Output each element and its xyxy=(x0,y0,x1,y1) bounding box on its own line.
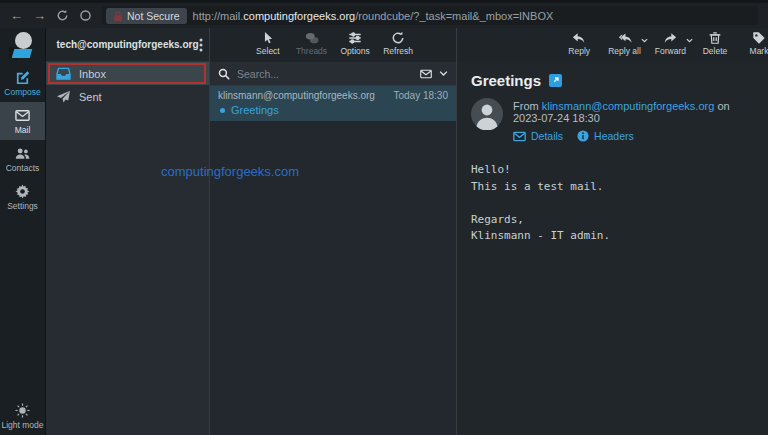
task-sidebar: Compose Mail Contacts Settings Light mod… xyxy=(0,28,45,435)
search-scope-mail-icon[interactable] xyxy=(420,68,432,80)
reply-all-caret-icon[interactable] xyxy=(641,38,648,43)
reply-all-icon xyxy=(618,31,632,45)
security-badge-label: Not Secure xyxy=(127,10,180,22)
inbox-label: Inbox xyxy=(79,68,106,80)
settings-label: Settings xyxy=(7,201,38,211)
tag-icon xyxy=(752,31,766,45)
forward-label: Forward xyxy=(655,46,686,56)
sender-block: From klinsmann@computingforgeeks.org on … xyxy=(471,98,754,142)
refresh-label: Refresh xyxy=(383,46,413,56)
options-icon xyxy=(348,31,362,45)
details-link[interactable]: Details xyxy=(513,130,563,142)
reply-button[interactable]: Reply xyxy=(564,31,594,62)
sidebar-item-contacts[interactable]: Contacts xyxy=(0,140,45,178)
search-bar xyxy=(210,62,456,86)
forward-icon xyxy=(663,31,677,45)
mail-icon xyxy=(15,108,30,123)
message-list-item[interactable]: klinsmann@computingforgeeks.org Today 18… xyxy=(210,86,456,121)
sidebar-item-settings[interactable]: Settings xyxy=(0,178,45,216)
message-content: Greetings From klinsmann@computingforgee… xyxy=(457,62,768,245)
from-label: From xyxy=(513,100,539,112)
roundcube-app: Compose Mail Contacts Settings Light mod… xyxy=(0,28,768,435)
sent-label: Sent xyxy=(79,91,102,103)
compose-label: Compose xyxy=(4,87,40,97)
delete-button[interactable]: Delete xyxy=(700,31,730,62)
headers-label: Headers xyxy=(594,130,634,142)
delete-label: Delete xyxy=(703,46,728,56)
forward-button[interactable]: Forward xyxy=(655,31,686,62)
message-subject: Greetings xyxy=(231,104,279,116)
meta-links: Details Headers xyxy=(513,130,754,142)
select-label: Select xyxy=(256,46,280,56)
light-mode-toggle[interactable]: Light mode xyxy=(0,397,45,435)
security-badge[interactable]: Not Secure xyxy=(106,8,187,24)
details-envelope-icon xyxy=(513,131,526,142)
message-list-panel: Select Threads Options Refresh xyxy=(209,28,457,435)
forward-caret-icon[interactable] xyxy=(686,38,693,43)
details-label: Details xyxy=(531,130,563,142)
screen: ← → Not Secure http://mail.computingforg… xyxy=(0,0,768,435)
browser-toolbar: ← → Not Secure http://mail.computingforg… xyxy=(0,3,768,28)
inbox-icon xyxy=(56,67,71,80)
message-view-subject: Greetings xyxy=(471,72,541,89)
logo-sphere xyxy=(15,32,32,49)
select-button[interactable]: Select xyxy=(253,31,283,62)
account-email: tech@computingforgeeks.org xyxy=(57,39,199,50)
chevron-down-icon[interactable] xyxy=(439,70,448,77)
subject-row: Greetings xyxy=(471,72,754,89)
message-sender: klinsmann@computingforgeeks.org xyxy=(218,90,375,101)
folders-panel: tech@computingforgeeks.org Inbox Sent xyxy=(45,28,209,435)
folder-item-inbox[interactable]: Inbox xyxy=(46,62,209,85)
folder-item-sent[interactable]: Sent xyxy=(46,85,209,108)
threads-button[interactable]: Threads xyxy=(296,31,327,62)
trash-icon xyxy=(708,31,722,45)
reply-all-button[interactable]: Reply all xyxy=(608,31,641,62)
gear-icon xyxy=(15,184,30,199)
contacts-icon xyxy=(15,146,30,161)
message-meta: klinsmann@computingforgeeks.org Today 18… xyxy=(218,90,448,101)
message-subject-row: Greetings xyxy=(218,104,448,116)
mark-label: Mark xyxy=(750,46,768,56)
headers-link[interactable]: Headers xyxy=(577,130,634,142)
info-icon xyxy=(577,130,589,142)
refresh-icon xyxy=(391,31,405,45)
compose-icon xyxy=(15,70,30,85)
message-body: Hello! This is a test mail. Regards, Kli… xyxy=(471,162,754,245)
contacts-label: Contacts xyxy=(6,163,40,173)
refresh-button[interactable]: Refresh xyxy=(383,31,413,62)
site-icon[interactable] xyxy=(79,9,92,22)
threads-label: Threads xyxy=(296,46,327,56)
message-view-panel: Reply Reply all Forward Delete xyxy=(457,28,768,435)
light-mode-label: Light mode xyxy=(1,420,43,430)
reply-all-label: Reply all xyxy=(608,46,641,56)
options-label: Options xyxy=(340,46,369,56)
view-toolbar: Reply Reply all Forward Delete xyxy=(457,28,768,62)
list-toolbar: Select Threads Options Refresh xyxy=(210,28,456,62)
paper-plane-icon xyxy=(56,90,71,103)
reply-label: Reply xyxy=(568,46,590,56)
sidebar-item-mail[interactable]: Mail xyxy=(0,102,45,140)
logo-cube xyxy=(12,49,33,58)
from-email-link[interactable]: klinsmann@computingforgeeks.org xyxy=(542,100,715,112)
pointer-icon xyxy=(261,31,275,45)
forward-icon[interactable]: → xyxy=(33,9,46,22)
sender-lines: From klinsmann@computingforgeeks.org on … xyxy=(513,98,754,142)
roundcube-logo xyxy=(0,28,45,62)
sidebar-spacer xyxy=(0,216,45,397)
open-in-window-icon[interactable] xyxy=(549,74,562,87)
reload-icon[interactable] xyxy=(56,9,69,22)
search-input[interactable] xyxy=(237,68,413,80)
address-bar[interactable]: Not Secure http://mail.computingforgeeks… xyxy=(102,6,758,25)
message-date: Today 18:30 xyxy=(394,90,449,101)
url-text: http://mail.computingforgeeks.org/roundc… xyxy=(193,10,554,22)
unread-dot-icon xyxy=(220,108,225,113)
kebab-menu-icon[interactable] xyxy=(199,38,203,52)
search-icon xyxy=(218,68,230,80)
sidebar-item-compose[interactable]: Compose xyxy=(0,64,45,102)
mark-button[interactable]: Mark xyxy=(744,31,768,62)
threads-icon xyxy=(305,31,319,45)
sun-icon xyxy=(15,403,30,418)
insecure-lock-icon xyxy=(113,10,123,22)
back-icon[interactable]: ← xyxy=(10,9,23,22)
options-button[interactable]: Options xyxy=(340,31,370,62)
